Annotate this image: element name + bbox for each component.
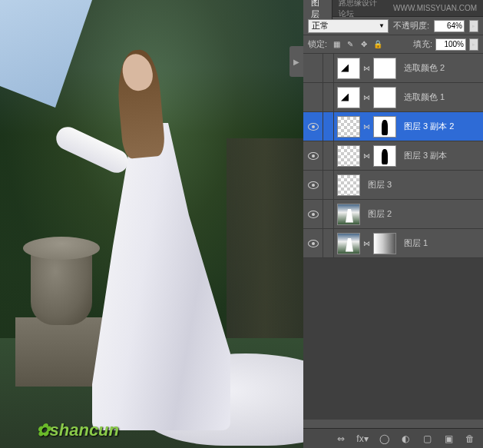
document-canvas[interactable]: ✿shancun: [0, 0, 303, 448]
mask-link-icon[interactable]: ⋈: [362, 65, 372, 72]
layer-row[interactable]: ⋈ 图层 3 副本: [303, 141, 483, 171]
layer-row[interactable]: ⋈ 选取颜色 1: [303, 83, 483, 112]
layers-empty-area[interactable]: [303, 258, 483, 420]
blend-mode-value: 正常: [312, 20, 329, 32]
new-layer-icon[interactable]: ▣: [442, 432, 455, 446]
layer-thumb[interactable]: [337, 145, 360, 167]
new-adjustment-icon[interactable]: ◐: [399, 432, 412, 446]
link-column[interactable]: [323, 141, 334, 170]
adjustment-thumb-icon[interactable]: [337, 87, 360, 108]
layer-name-label[interactable]: 图层 2: [363, 208, 392, 220]
mask-link-icon[interactable]: ⋈: [362, 240, 372, 247]
lock-fill-row: 锁定: ▦ ✎ ✥ 🔒 填充: 100% ▸: [303, 35, 483, 54]
tab-link-url[interactable]: WWW.MISSYUAN.COM: [387, 2, 483, 15]
layer-name-label[interactable]: 选取颜色 2: [399, 62, 445, 74]
mask-link-icon[interactable]: ⋈: [362, 152, 372, 160]
link-layers-icon[interactable]: ⇔: [334, 432, 348, 446]
layer-thumb[interactable]: [337, 116, 360, 138]
layer-name-label[interactable]: 图层 3: [363, 179, 392, 191]
watermark: ✿shancun: [36, 420, 119, 440]
visibility-toggle[interactable]: [303, 54, 323, 82]
mask-link-icon[interactable]: ⋈: [362, 123, 372, 131]
delete-layer-icon[interactable]: 🗑: [463, 432, 477, 446]
layers-list: ⋈ 选取颜色 2 ⋈ 选取颜色 1 ⋈ 图层 3 副本 2: [303, 54, 483, 258]
mask-thumb[interactable]: [373, 145, 396, 167]
canvas-figure: [77, 46, 246, 438]
link-column[interactable]: [323, 54, 334, 82]
tab-link-forum[interactable]: 路思缘设计论坛: [332, 0, 387, 22]
visibility-toggle[interactable]: [303, 112, 323, 141]
link-column[interactable]: [323, 200, 334, 228]
link-column[interactable]: [323, 229, 334, 257]
add-mask-icon[interactable]: ◯: [377, 432, 391, 446]
mask-thumb[interactable]: [373, 116, 396, 138]
mask-thumb[interactable]: [373, 233, 396, 254]
eye-icon: [308, 181, 319, 189]
layer-row[interactable]: 图层 2: [303, 200, 483, 229]
visibility-toggle[interactable]: [303, 171, 323, 199]
layer-name-label[interactable]: 图层 3 副本: [399, 150, 447, 161]
mask-link-icon[interactable]: ⋈: [362, 94, 372, 101]
layer-row[interactable]: ⋈ 选取颜色 2: [303, 54, 483, 83]
lock-pixels-icon[interactable]: ✎: [344, 38, 356, 51]
fill-input[interactable]: 100%: [435, 38, 466, 51]
layer-name-label[interactable]: 选取颜色 1: [399, 91, 445, 103]
opacity-input[interactable]: 64%: [434, 20, 465, 32]
visibility-toggle[interactable]: [303, 83, 323, 111]
mask-thumb[interactable]: [373, 87, 396, 108]
panel-collapse-arrow[interactable]: ▶: [289, 46, 303, 77]
layer-name-label[interactable]: 图层 3 副本 2: [399, 121, 454, 132]
link-column[interactable]: [323, 112, 334, 141]
layer-row[interactable]: 图层 3: [303, 171, 483, 200]
eye-icon: [308, 123, 319, 131]
chevron-down-icon: ▼: [379, 22, 385, 29]
layer-fx-icon[interactable]: fx▾: [356, 432, 369, 446]
eye-icon: [308, 152, 319, 160]
layers-panel: ▶ 图层 路思缘设计论坛 WWW.MISSYUAN.COM 正常 ▼ 不透明度:…: [303, 0, 483, 448]
layer-thumb[interactable]: [337, 204, 360, 225]
fill-flyout-button[interactable]: ▸: [469, 38, 478, 51]
visibility-toggle[interactable]: [303, 200, 323, 228]
eye-icon: [308, 211, 319, 218]
lock-all-icon[interactable]: 🔒: [372, 38, 384, 51]
mask-thumb[interactable]: [373, 58, 396, 79]
lock-label: 锁定:: [308, 38, 327, 50]
layer-thumb[interactable]: [337, 174, 360, 196]
adjustment-thumb-icon[interactable]: [337, 58, 360, 79]
blend-opacity-row: 正常 ▼ 不透明度: 64% ▸: [303, 17, 483, 35]
layer-name-label[interactable]: 图层 1: [399, 237, 428, 249]
lock-transparency-icon[interactable]: ▦: [330, 38, 342, 51]
new-group-icon[interactable]: ▢: [420, 432, 434, 446]
visibility-toggle[interactable]: [303, 141, 323, 170]
visibility-toggle[interactable]: [303, 229, 323, 257]
opacity-flyout-button[interactable]: ▸: [469, 20, 478, 32]
link-column[interactable]: [323, 171, 334, 199]
layer-row[interactable]: ⋈ 图层 1: [303, 229, 483, 258]
link-column[interactable]: [323, 83, 334, 111]
layers-bottom-toolbar: ⇔ fx▾ ◯ ◐ ▢ ▣ 🗑: [303, 428, 483, 448]
eye-icon: [308, 240, 319, 247]
blend-mode-dropdown[interactable]: 正常 ▼: [308, 19, 389, 33]
opacity-label: 不透明度:: [393, 20, 429, 32]
layer-row[interactable]: ⋈ 图层 3 副本 2: [303, 112, 483, 141]
lock-position-icon[interactable]: ✥: [358, 38, 370, 51]
layer-thumb[interactable]: [337, 233, 360, 254]
fill-label: 填充:: [413, 38, 432, 50]
panel-tabs: 图层 路思缘设计论坛 WWW.MISSYUAN.COM: [303, 0, 483, 17]
